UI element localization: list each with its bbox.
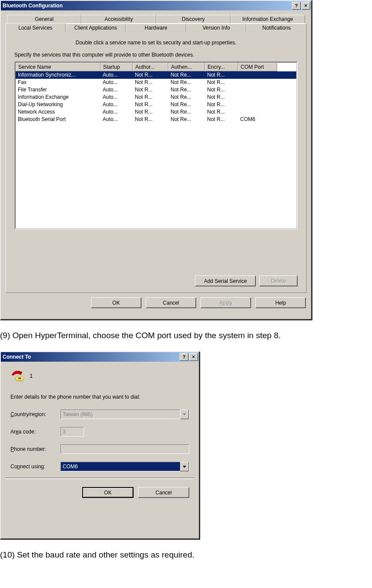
table-row[interactable]: Information Synchroniz...Auto...Not R...… xyxy=(16,71,296,79)
table-cell: File Transfer xyxy=(16,86,101,94)
connection-name: 1 xyxy=(30,373,33,379)
table-cell: Not R... xyxy=(205,79,238,86)
table-cell: Not Re... xyxy=(168,116,205,123)
tab-version-info[interactable]: Version Info xyxy=(186,24,247,33)
table-cell: Not Re... xyxy=(168,71,205,79)
table-cell xyxy=(238,71,277,79)
cancel-button[interactable]: Cancel xyxy=(146,297,196,308)
table-cell: Network Access xyxy=(16,108,101,116)
table-cell: Fax xyxy=(16,79,101,86)
table-cell: Not R... xyxy=(133,108,168,116)
table-cell: Not R... xyxy=(205,86,238,94)
apply-button: Apply xyxy=(201,297,251,308)
tab-hardware[interactable]: Hardware xyxy=(126,24,186,33)
hint-text-2: Specify the services that this computer … xyxy=(14,52,298,58)
tab-accessibility[interactable]: Accessibility xyxy=(81,15,156,24)
table-row[interactable]: File TransferAuto...Not R...Not Re...Not… xyxy=(16,86,296,94)
services-listview[interactable]: Service NameStartupAuthor...Authen...Enc… xyxy=(15,62,297,228)
table-cell: Auto... xyxy=(101,94,133,101)
table-cell xyxy=(238,101,277,108)
connect-to-window: Connect To 1 Enter details for the phone… xyxy=(0,351,200,539)
country-combo: Taiwan (886) xyxy=(60,410,189,419)
phone-number-label: Phone number: xyxy=(10,446,60,452)
table-cell: Bluetooth Serial Port xyxy=(16,116,101,123)
chevron-down-icon xyxy=(180,410,189,419)
ok-button[interactable]: OK xyxy=(91,297,141,308)
table-cell: Not R... xyxy=(133,79,168,86)
phone-number-field xyxy=(60,444,189,454)
table-cell: Information Exchange xyxy=(16,94,101,101)
tab-local-services[interactable]: Local Services xyxy=(5,23,66,33)
table-cell: Not Re... xyxy=(168,94,205,101)
instruction-step-9: (9) Open HyperTerminal, choose the COM p… xyxy=(0,331,372,340)
table-row[interactable]: Information ExchangeAuto...Not R...Not R… xyxy=(16,94,296,101)
connect-using-combo[interactable]: COM6 xyxy=(60,462,189,471)
connect-using-label: Connect using: xyxy=(10,464,60,470)
hint-text: Double click a service name to set its s… xyxy=(14,40,298,46)
table-cell: Not R... xyxy=(205,94,238,101)
table-cell: Not Re... xyxy=(168,108,205,116)
table-cell: Auto... xyxy=(101,101,133,108)
instruction-step-10: (10) Set the baud rate and other setting… xyxy=(0,550,372,560)
tab-discovery[interactable]: Discovery xyxy=(156,15,231,24)
table-cell xyxy=(238,94,277,101)
titlebar[interactable]: Bluetooth Configuration xyxy=(1,1,311,10)
instruction-text: Enter details for the phone number that … xyxy=(10,394,189,400)
column-header[interactable]: Author... xyxy=(133,63,168,71)
close-title-button[interactable] xyxy=(302,2,310,10)
svg-point-2 xyxy=(18,377,21,379)
table-cell xyxy=(238,86,277,94)
table-cell: Not R... xyxy=(205,101,238,108)
table-cell: Not R... xyxy=(133,71,168,79)
table-cell: Not R... xyxy=(133,94,168,101)
column-header[interactable]: Service Name xyxy=(16,63,101,71)
table-cell: Not R... xyxy=(205,71,238,79)
area-code-label: Area code: xyxy=(10,429,60,435)
help-button[interactable]: Help xyxy=(255,297,306,308)
tab-general[interactable]: General xyxy=(7,15,81,24)
cancel-button[interactable]: Cancel xyxy=(138,487,189,498)
table-cell: Not R... xyxy=(205,108,238,116)
table-cell: Auto... xyxy=(101,86,133,94)
table-cell: Auto... xyxy=(101,79,133,86)
tab-information-exchange[interactable]: Information Exchange xyxy=(231,15,305,24)
column-header[interactable]: Encry... xyxy=(205,63,238,71)
delete-button: Delete xyxy=(259,276,298,286)
help-title-button[interactable] xyxy=(292,2,301,10)
country-label: Country/region: xyxy=(10,411,60,417)
chevron-down-icon[interactable] xyxy=(180,462,189,471)
tab-notifications[interactable]: Notifications xyxy=(246,24,307,33)
column-header[interactable]: Startup xyxy=(101,63,133,71)
table-cell: Dial-Up Networking xyxy=(16,101,101,108)
window-title: Connect To xyxy=(3,354,31,360)
table-cell: Not Re... xyxy=(168,79,205,86)
table-cell: COM6 xyxy=(238,116,277,123)
ok-button[interactable]: OK xyxy=(82,487,134,498)
connection-icon xyxy=(10,369,25,383)
table-cell: Information Synchroniz... xyxy=(16,71,101,79)
table-cell: Not R... xyxy=(133,86,168,94)
column-header[interactable]: Authen... xyxy=(168,63,205,71)
table-cell: Auto... xyxy=(101,116,133,123)
close-title-button[interactable] xyxy=(189,353,198,361)
area-code-field: 3 xyxy=(60,427,84,437)
table-cell: Not R... xyxy=(205,116,238,123)
table-row[interactable]: Network AccessAuto...Not R...Not Re...No… xyxy=(16,108,296,116)
table-cell xyxy=(238,79,277,86)
window-title: Bluetooth Configuration xyxy=(3,3,63,9)
table-cell: Not R... xyxy=(133,101,168,108)
table-cell: Auto... xyxy=(101,108,133,116)
tab-client-applications[interactable]: Client Applications xyxy=(66,24,126,33)
table-cell: Not Re... xyxy=(168,101,205,108)
table-row[interactable]: FaxAuto...Not R...Not Re...Not R... xyxy=(16,79,296,86)
table-cell xyxy=(238,108,277,116)
bluetooth-config-window: Bluetooth Configuration GeneralAccessibi… xyxy=(0,0,312,320)
add-serial-service-button[interactable]: Add Serial Service xyxy=(195,276,256,286)
table-cell: Not Re... xyxy=(168,86,205,94)
table-row[interactable]: Bluetooth Serial PortAuto...Not R...Not … xyxy=(16,116,296,123)
tab-panel-local-services: Double click a service name to set its s… xyxy=(5,33,307,293)
help-title-button[interactable] xyxy=(180,353,188,361)
column-header[interactable]: COM Port xyxy=(238,63,277,71)
table-row[interactable]: Dial-Up NetworkingAuto...Not R...Not Re.… xyxy=(16,101,296,108)
titlebar[interactable]: Connect To xyxy=(1,352,199,362)
